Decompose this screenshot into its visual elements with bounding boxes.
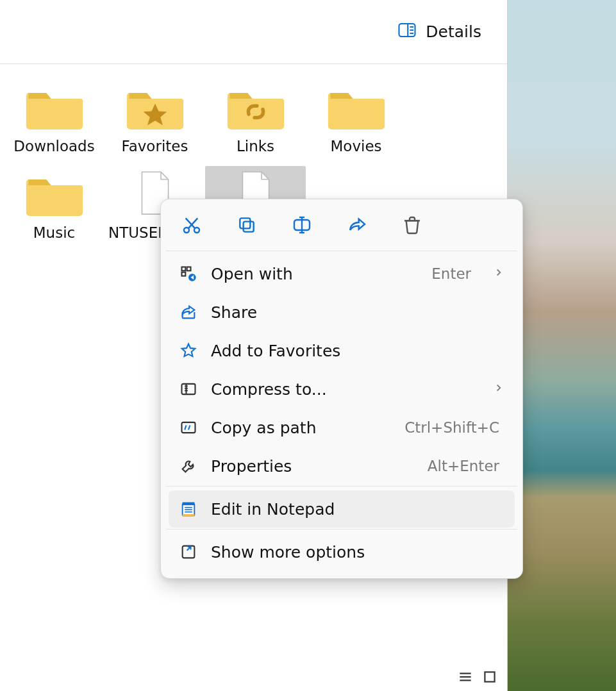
folder-icon [327, 83, 386, 133]
svg-rect-13 [244, 222, 254, 232]
svg-rect-20 [182, 267, 186, 271]
view-icons-button[interactable] [480, 667, 499, 687]
rename-icon [292, 215, 312, 238]
item-label: Music [33, 224, 75, 242]
menu-accelerator: Ctrl+Shift+C [404, 419, 499, 436]
svg-rect-31 [183, 503, 195, 506]
svg-rect-22 [187, 267, 191, 271]
rename-button[interactable] [289, 213, 315, 239]
chevron-right-icon [493, 381, 504, 397]
delete-button[interactable] [399, 213, 425, 239]
open-with-icon [179, 264, 198, 283]
copy-button[interactable] [234, 213, 260, 239]
share-button[interactable] [344, 213, 370, 239]
copy-path-icon [179, 418, 198, 437]
trash-icon [402, 215, 422, 238]
folder-downloads[interactable]: Downloads [4, 79, 104, 162]
separator [166, 486, 517, 487]
menu-show-more[interactable]: Show more options [169, 533, 515, 570]
item-label: Favorites [122, 137, 188, 156]
folder-favorites[interactable]: Favorites [104, 79, 205, 162]
notepad-icon [179, 499, 198, 519]
details-pane-label: Details [426, 22, 481, 41]
context-menu-action-row [166, 204, 517, 251]
menu-properties[interactable]: Properties Alt+Enter [169, 447, 515, 485]
menu-label: Copy as path [211, 419, 392, 437]
menu-label: Open with [211, 265, 419, 283]
folder-links-icon [226, 83, 285, 133]
menu-accelerator: Enter [431, 265, 471, 282]
menu-share[interactable]: Share [169, 294, 515, 331]
details-pane-button[interactable]: Details [397, 21, 481, 44]
menu-label: Compress to... [211, 380, 476, 399]
folder-icon [25, 83, 84, 133]
folder-movies[interactable]: Movies [306, 79, 406, 162]
item-label: Links [237, 137, 274, 156]
copy-icon [237, 215, 257, 238]
item-label: Downloads [13, 137, 94, 156]
share-icon [179, 303, 198, 322]
separator [166, 251, 517, 251]
svg-rect-14 [240, 218, 250, 228]
wrench-icon [179, 456, 198, 476]
scissors-icon [181, 215, 202, 238]
context-menu: Open with Enter Share Add to Favorites C… [160, 199, 523, 579]
menu-label: Edit in Notepad [211, 500, 504, 519]
desktop-wallpaper [508, 0, 616, 691]
status-bar [0, 663, 507, 691]
menu-open-with[interactable]: Open with Enter [169, 255, 515, 292]
menu-compress[interactable]: Compress to... [169, 370, 515, 408]
expand-icon [179, 542, 198, 562]
cut-button[interactable] [179, 213, 204, 239]
menu-add-favorites[interactable]: Add to Favorites [169, 332, 515, 369]
folder-links[interactable]: Links [205, 79, 306, 162]
menu-label: Show more options [211, 543, 504, 562]
menu-label: Share [211, 303, 504, 322]
item-label: Movies [330, 137, 381, 156]
svg-point-9 [184, 228, 189, 233]
zip-icon [179, 379, 198, 399]
details-pane-icon [397, 21, 417, 44]
svg-rect-8 [485, 672, 494, 681]
star-icon [179, 341, 198, 360]
explorer-toolbar: Details [0, 0, 507, 64]
menu-label: Properties [211, 457, 415, 476]
folder-favorites-icon [126, 83, 185, 133]
share-arrow-icon [347, 215, 367, 238]
folder-music[interactable]: Music [4, 166, 104, 249]
svg-rect-24 [182, 384, 196, 394]
menu-label: Add to Favorites [211, 342, 504, 360]
menu-accelerator: Alt+Enter [428, 458, 499, 474]
separator [166, 529, 517, 529]
svg-point-10 [194, 228, 199, 233]
view-list-button[interactable] [456, 667, 475, 687]
chevron-right-icon [493, 266, 504, 281]
svg-rect-29 [182, 422, 196, 433]
svg-rect-35 [183, 514, 195, 517]
menu-copy-path[interactable]: Copy as path Ctrl+Shift+C [169, 409, 515, 446]
svg-rect-36 [183, 546, 195, 558]
menu-edit-notepad[interactable]: Edit in Notepad [169, 490, 515, 528]
folder-icon [25, 170, 84, 220]
svg-rect-21 [182, 272, 186, 276]
